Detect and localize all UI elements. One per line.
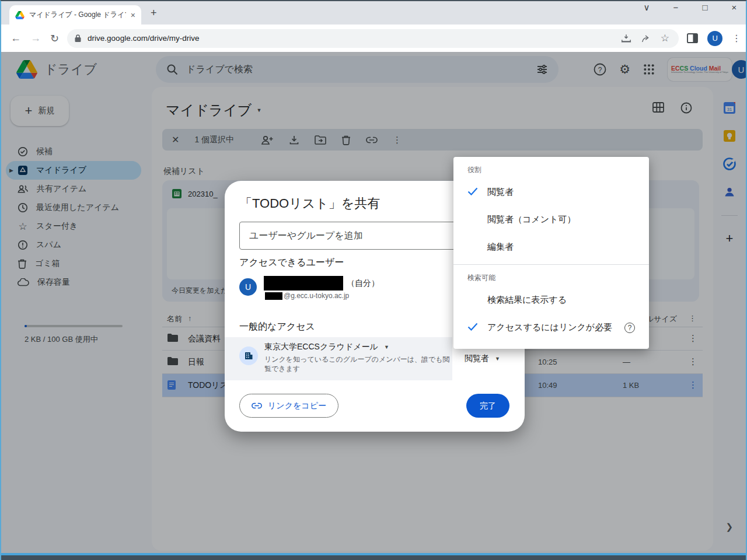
group-access-description: リンクを知っているこのグループのメンバーは、誰でも閲覧できます bbox=[264, 355, 450, 373]
help-question-icon[interactable]: ? bbox=[624, 323, 635, 333]
menu-item-editor[interactable]: 編集者 bbox=[453, 233, 649, 261]
address-bar[interactable]: drive.google.com/drive/my-drive ☆ bbox=[67, 29, 679, 48]
install-icon[interactable] bbox=[621, 34, 631, 43]
back-icon[interactable]: ← bbox=[11, 32, 21, 44]
general-access-heading: 一般的なアクセス bbox=[239, 321, 315, 333]
check-icon bbox=[467, 323, 478, 331]
share-dialog-title: 「TODOリスト」を共有 bbox=[239, 195, 380, 212]
drive-favicon bbox=[15, 11, 25, 19]
link-icon bbox=[252, 402, 262, 409]
redacted-owner-name bbox=[264, 276, 343, 290]
group-access-name[interactable]: 東京大学ECCSクラウドメール ▼ bbox=[264, 342, 389, 352]
browser-window: マイドライブ - Google ドライブ × + ∨ − □ × ← → ↻ d… bbox=[0, 0, 747, 560]
owner-self-label: （自分） bbox=[347, 278, 379, 289]
owner-email-domain: @g.ecc.u-tokyo.ac.jp bbox=[284, 292, 349, 300]
role-menu: 役割 閲覧者 閲覧者（コメント可） 編集者 検索可能 bbox=[453, 157, 649, 349]
group-role-dropdown[interactable]: 閲覧者 ▼ bbox=[465, 354, 500, 364]
window-close-icon[interactable]: × bbox=[728, 2, 740, 13]
check-icon bbox=[467, 187, 478, 195]
tab-close-icon[interactable]: × bbox=[131, 10, 135, 20]
menu-item-link-required[interactable]: アクセスするにはリンクが必要 ? bbox=[453, 314, 649, 341]
menu-item-commenter[interactable]: 閲覧者（コメント可） bbox=[453, 206, 649, 233]
url-text[interactable]: drive.google.com/drive/my-drive bbox=[88, 34, 615, 43]
bookmark-star-icon[interactable]: ☆ bbox=[661, 32, 669, 44]
side-panel-icon[interactable] bbox=[687, 33, 698, 43]
new-tab-button[interactable]: + bbox=[151, 7, 157, 19]
browser-profile-avatar[interactable]: U bbox=[707, 31, 722, 46]
searchable-section-label: 検索可能 bbox=[453, 265, 649, 286]
copy-link-button[interactable]: リンクをコピー bbox=[239, 394, 338, 418]
window-minimize-icon[interactable]: − bbox=[670, 2, 682, 13]
tab-title: マイドライブ - Google ドライブ bbox=[29, 10, 126, 20]
owner-row[interactable]: U （自分） @g.ecc.u-tokyo.ac.jp bbox=[239, 276, 379, 300]
window-maximize-icon[interactable]: □ bbox=[699, 2, 711, 13]
redacted-owner-email bbox=[265, 292, 282, 300]
forward-icon[interactable]: → bbox=[30, 32, 41, 44]
lock-icon bbox=[74, 34, 82, 43]
share-icon[interactable] bbox=[641, 34, 651, 43]
window-frame-bottom bbox=[1, 553, 746, 560]
chevron-down-icon: ▼ bbox=[384, 344, 389, 350]
people-with-access-heading: アクセスできるユーザー bbox=[239, 257, 344, 269]
chrome-menu-icon[interactable]: ⋮ bbox=[732, 33, 741, 44]
browser-toolbar: ← → ↻ drive.google.com/drive/my-drive ☆ bbox=[1, 24, 746, 52]
done-button[interactable]: 完了 bbox=[466, 394, 509, 418]
window-menu-icon[interactable]: ∨ bbox=[641, 2, 652, 13]
organization-circle bbox=[239, 346, 258, 365]
browser-tab[interactable]: マイドライブ - Google ドライブ × bbox=[9, 5, 141, 24]
drive-page: ドライブ ドライブで検索 ? ⚙ bbox=[1, 52, 746, 554]
building-icon bbox=[244, 351, 253, 360]
menu-item-viewer[interactable]: 閲覧者 bbox=[453, 178, 649, 206]
owner-avatar: U bbox=[239, 278, 257, 296]
role-section-label: 役割 bbox=[453, 157, 649, 178]
tab-strip: マイドライブ - Google ドライブ × + ∨ − □ × bbox=[1, 1, 746, 24]
reload-icon[interactable]: ↻ bbox=[50, 32, 59, 45]
menu-item-show-in-search[interactable]: 検索結果に表示する bbox=[453, 286, 649, 314]
chevron-down-icon: ▼ bbox=[495, 356, 500, 362]
expand-chevron-icon[interactable]: ❯ bbox=[725, 522, 733, 532]
